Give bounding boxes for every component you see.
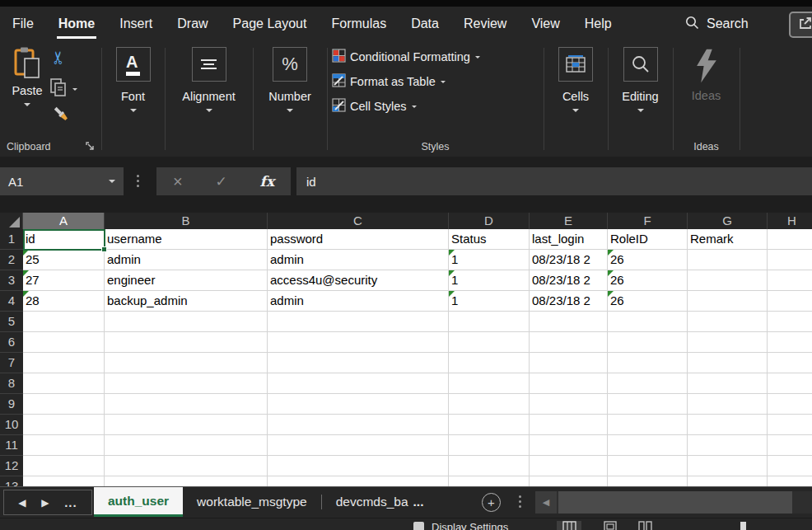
previous-sheet-button[interactable]: ◀	[18, 497, 26, 509]
menu-tab-insert[interactable]: Insert	[119, 7, 152, 41]
cell-C5[interactable]	[268, 312, 449, 332]
cell-D3[interactable]: 1	[449, 270, 530, 291]
ribbon-group-cells[interactable]: Cells	[544, 41, 608, 157]
cell-E1[interactable]: last_login	[530, 229, 608, 250]
cell-C10[interactable]	[268, 415, 449, 435]
ribbon-group-font[interactable]: A Font	[101, 41, 165, 157]
cell-H8[interactable]	[768, 373, 812, 394]
cell-H7[interactable]	[768, 353, 812, 373]
cell-A8[interactable]	[23, 373, 105, 394]
share-button[interactable]	[789, 12, 812, 38]
cell-B1[interactable]: username	[105, 229, 268, 250]
cell-C7[interactable]	[268, 353, 449, 373]
row-header-12[interactable]: 12	[0, 456, 23, 476]
row-header-1[interactable]: 1	[0, 229, 23, 250]
cell-B3[interactable]: engineer	[105, 270, 268, 291]
row-header-10[interactable]: 10	[0, 415, 23, 435]
cell-D9[interactable]	[449, 394, 530, 415]
row-header-5[interactable]: 5	[0, 312, 23, 332]
cell-H10[interactable]	[768, 415, 812, 435]
cell-G11[interactable]	[688, 435, 768, 456]
clipboard-dialog-launcher[interactable]	[85, 140, 96, 152]
menu-tab-file[interactable]: File	[12, 7, 34, 41]
paste-dropdown-arrow[interactable]	[24, 103, 30, 106]
cell-G13[interactable]	[688, 476, 768, 486]
cell-B8[interactable]	[105, 373, 268, 394]
sheet-tab-worktable_msgtype[interactable]: worktable_msgtype	[183, 487, 321, 517]
cell-H11[interactable]	[768, 435, 812, 456]
cell-E11[interactable]	[530, 435, 608, 456]
cell-H5[interactable]	[768, 312, 812, 332]
cell-A12[interactable]	[23, 456, 105, 476]
column-header-G[interactable]: G	[688, 213, 768, 229]
conditional-formatting-button[interactable]: Conditional Formatting	[332, 45, 544, 69]
cell-H2[interactable]	[768, 250, 812, 270]
row-header-3[interactable]: 3	[0, 270, 23, 291]
row-header-13[interactable]: 13	[0, 476, 23, 486]
cell-C4[interactable]: admin	[268, 291, 449, 312]
display-settings-label[interactable]: Display Settings	[432, 521, 508, 530]
cell-F3[interactable]: 26	[608, 270, 688, 291]
row-header-7[interactable]: 7	[0, 353, 23, 373]
cell-C6[interactable]	[268, 332, 449, 353]
cell-H9[interactable]	[768, 394, 812, 415]
cell-E9[interactable]	[530, 394, 608, 415]
cell-F7[interactable]	[608, 353, 688, 373]
menu-tab-data[interactable]: Data	[411, 7, 439, 41]
row-header-6[interactable]: 6	[0, 332, 23, 353]
cell-E8[interactable]	[530, 373, 608, 394]
cell-E2[interactable]: 08/23/18 2	[530, 250, 608, 270]
cell-F8[interactable]	[608, 373, 688, 394]
cell-F10[interactable]	[608, 415, 688, 435]
menu-tab-review[interactable]: Review	[464, 7, 506, 41]
column-header-D[interactable]: D	[449, 213, 530, 229]
horizontal-scrollbar[interactable]: ◀	[535, 491, 812, 514]
cell-C9[interactable]	[268, 394, 449, 415]
cell-F4[interactable]: 26	[608, 291, 688, 312]
cell-G9[interactable]	[688, 394, 768, 415]
cell-G3[interactable]	[688, 270, 768, 291]
cell-B2[interactable]: admin	[105, 250, 268, 270]
tab-bar-menu[interactable]	[519, 495, 521, 508]
cell-E3[interactable]: 08/23/18 2	[530, 270, 608, 291]
column-header-C[interactable]: C	[268, 213, 449, 229]
cell-B10[interactable]	[105, 415, 268, 435]
cell-D10[interactable]	[449, 415, 530, 435]
menu-tab-draw[interactable]: Draw	[177, 7, 208, 41]
select-all-corner[interactable]	[0, 213, 23, 229]
cell-G10[interactable]	[688, 415, 768, 435]
cell-B9[interactable]	[105, 394, 268, 415]
column-header-B[interactable]: B	[105, 213, 268, 229]
cell-D5[interactable]	[449, 312, 530, 332]
cell-C12[interactable]	[268, 456, 449, 476]
cell-F2[interactable]: 26	[608, 250, 688, 270]
page-break-view-button[interactable]	[632, 521, 657, 530]
copy-button[interactable]	[49, 77, 77, 101]
name-box-dropdown-arrow[interactable]	[109, 180, 115, 183]
cell-C13[interactable]	[268, 476, 449, 486]
cancel-icon[interactable]: ×	[173, 172, 183, 191]
cell-F1[interactable]: RoleID	[608, 229, 688, 250]
cell-H4[interactable]	[768, 291, 812, 312]
cell-F6[interactable]	[608, 332, 688, 353]
normal-view-button[interactable]	[557, 521, 581, 530]
column-header-H[interactable]: H	[768, 213, 812, 229]
row-header-9[interactable]: 9	[0, 394, 23, 415]
new-sheet-button[interactable]: +	[482, 493, 501, 512]
cell-styles-button[interactable]: Cell Styles	[332, 94, 544, 119]
ideas-button-label[interactable]: Ideas	[673, 89, 740, 102]
column-header-A[interactable]: A	[23, 213, 105, 229]
cell-B6[interactable]	[105, 332, 268, 353]
editing-dropdown-arrow[interactable]	[637, 109, 644, 112]
menu-tab-home[interactable]: Home	[58, 7, 95, 41]
number-dropdown-arrow[interactable]	[287, 109, 293, 112]
cell-G8[interactable]	[688, 373, 768, 394]
cell-D8[interactable]	[449, 373, 530, 394]
zoom-slider-knob[interactable]	[740, 522, 746, 530]
more-sheets-button[interactable]: ...	[64, 495, 77, 509]
cell-G12[interactable]	[688, 456, 768, 476]
cell-D2[interactable]: 1	[449, 250, 530, 270]
cut-button[interactable]: ✂	[51, 48, 66, 68]
cell-D6[interactable]	[449, 332, 530, 353]
next-sheet-button[interactable]: ▶	[41, 497, 49, 509]
